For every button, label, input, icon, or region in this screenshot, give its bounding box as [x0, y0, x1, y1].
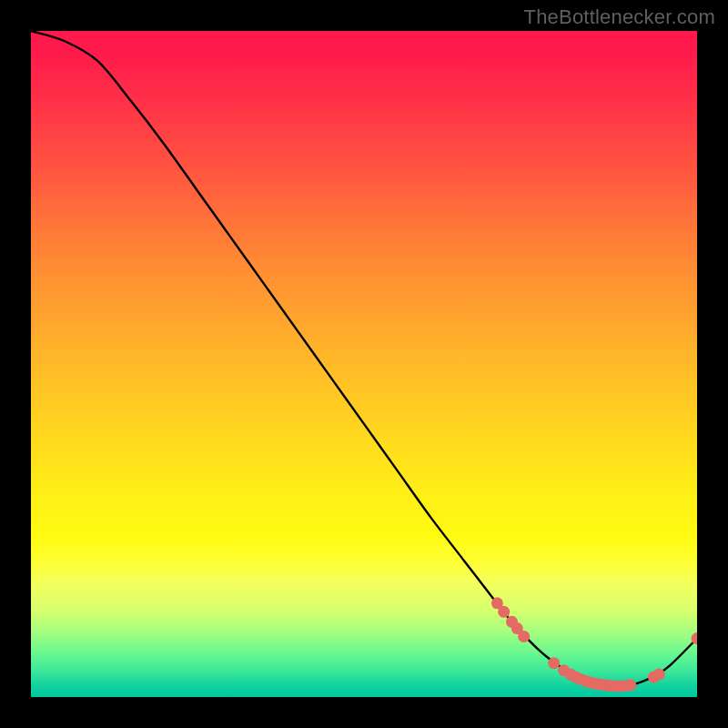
data-marker [548, 657, 560, 669]
attribution-text: TheBottlenecker.com [524, 5, 715, 29]
bottleneck-curve [31, 31, 697, 686]
data-marker [653, 669, 665, 681]
plot-area [31, 31, 697, 697]
data-marker [518, 631, 530, 642]
chart-stage: TheBottlenecker.com [0, 0, 728, 728]
data-marker [498, 606, 510, 618]
chart-svg [31, 31, 697, 697]
data-marker [624, 679, 636, 691]
data-markers-group [491, 597, 697, 692]
